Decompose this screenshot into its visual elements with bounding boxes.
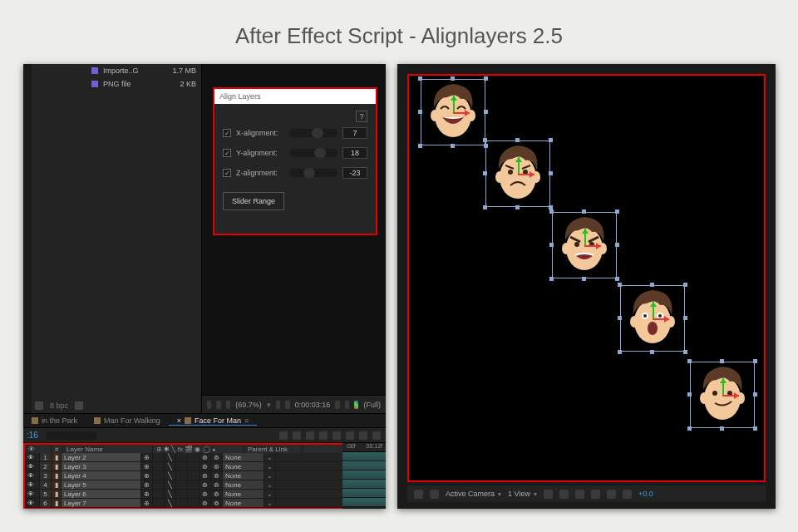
switch[interactable] [176, 480, 188, 489]
switch[interactable]: ╲ [165, 462, 176, 470]
switch[interactable]: ╲ [165, 499, 176, 507]
layer-name[interactable]: Layer 4 [62, 471, 141, 480]
slider-track[interactable] [289, 169, 337, 177]
switch[interactable] [176, 462, 188, 470]
switch[interactable] [176, 490, 188, 498]
vb-icon[interactable] [559, 490, 569, 499]
tl-icon[interactable] [306, 431, 314, 440]
show-icon[interactable] [345, 401, 349, 409]
switch[interactable] [188, 480, 200, 489]
switch[interactable]: ⊚ [200, 453, 211, 461]
layer-row[interactable]: 👁3▮Layer 4⊕╲⊚⊚None⌄ [25, 471, 386, 480]
face-layer[interactable] [421, 79, 485, 145]
current-time[interactable]: :16 [27, 431, 38, 440]
project-item[interactable]: Importe..G1.7 MB [32, 64, 201, 77]
slider-value[interactable]: 18 [342, 147, 367, 159]
switch[interactable] [153, 480, 165, 489]
chevron-down-icon[interactable]: ⌄ [264, 462, 276, 470]
tl-icon[interactable] [346, 431, 354, 440]
pickwhip-icon[interactable]: ⊚ [211, 499, 223, 507]
switch[interactable] [188, 471, 200, 480]
vb-icon[interactable] [544, 490, 553, 499]
handle[interactable] [753, 392, 757, 397]
switch[interactable] [188, 490, 200, 498]
handle[interactable] [683, 350, 687, 354]
switch[interactable]: ⊕ [141, 453, 153, 461]
switch[interactable]: ⊕ [141, 462, 153, 470]
trash-icon[interactable] [75, 401, 83, 410]
tl-icon[interactable] [372, 431, 381, 440]
handle[interactable] [549, 138, 553, 142]
eye-toggle[interactable]: 👁 [25, 490, 40, 498]
pickwhip-icon[interactable]: ⊚ [211, 471, 223, 480]
switch[interactable]: ╲ [165, 453, 176, 461]
timeline-tab[interactable]: Man For Walking [86, 416, 169, 425]
switch[interactable]: ⊕ [141, 490, 153, 498]
x-axis-icon[interactable] [653, 318, 669, 320]
search-input[interactable] [47, 431, 96, 440]
eye-toggle[interactable]: 👁 [25, 453, 40, 461]
y-axis-icon[interactable] [722, 378, 724, 395]
layer-bar[interactable] [342, 452, 386, 461]
vb-icon[interactable] [607, 490, 616, 499]
layer-name[interactable]: Layer 5 [62, 480, 141, 489]
slider-track[interactable] [289, 129, 337, 137]
layer-bar[interactable] [342, 489, 386, 498]
snapshot-icon[interactable] [335, 401, 339, 409]
handle[interactable] [618, 350, 622, 354]
parent-dropdown[interactable]: None [223, 499, 264, 507]
tl-icon[interactable] [319, 431, 328, 440]
handle[interactable] [418, 110, 422, 114]
handle[interactable] [418, 76, 422, 81]
tl-icon[interactable] [279, 431, 288, 440]
tl-icon[interactable] [332, 431, 341, 440]
parent-dropdown[interactable]: None [223, 480, 264, 489]
x-axis-icon[interactable] [584, 245, 601, 247]
pickwhip-icon[interactable]: ⊚ [211, 453, 223, 461]
channel-icon[interactable] [285, 401, 289, 409]
slider-knob[interactable] [303, 168, 315, 178]
checkbox[interactable]: ✓ [223, 149, 231, 157]
face-layer[interactable] [690, 362, 755, 428]
res-icon[interactable] [276, 401, 280, 409]
tl-icon[interactable] [359, 431, 367, 440]
handle[interactable] [618, 316, 622, 320]
switch[interactable] [176, 453, 188, 461]
switch[interactable]: ⊚ [200, 480, 211, 489]
switch[interactable]: ╲ [165, 490, 176, 498]
switch[interactable]: ⊕ [141, 499, 153, 507]
chevron-down-icon[interactable]: ⌄ [264, 471, 276, 480]
switch[interactable] [176, 499, 188, 507]
handle[interactable] [687, 359, 692, 363]
composition-view[interactable] [407, 74, 766, 482]
switch[interactable] [153, 490, 165, 498]
handle[interactable] [483, 138, 487, 142]
handle[interactable] [615, 277, 619, 281]
handle[interactable] [618, 283, 622, 287]
handle[interactable] [687, 392, 692, 397]
view-icon[interactable] [414, 490, 423, 499]
quality-value[interactable]: (Full) [363, 401, 381, 409]
layer-bar[interactable] [342, 461, 386, 470]
handle[interactable] [549, 277, 554, 281]
layer-bar[interactable] [342, 498, 386, 507]
x-axis-icon[interactable] [722, 395, 739, 397]
camera-dropdown[interactable]: Active Camera▾ [446, 490, 501, 498]
vb-icon[interactable] [591, 490, 600, 499]
transform-gizmo[interactable] [518, 174, 519, 175]
switch[interactable] [153, 471, 165, 480]
handle[interactable] [650, 350, 654, 354]
mask-icon[interactable] [216, 401, 220, 409]
parent-dropdown[interactable]: None [223, 462, 264, 470]
pickwhip-icon[interactable]: ⊚ [211, 462, 223, 470]
timeline-tab[interactable]: × Face For Man ≡ [169, 416, 258, 426]
parent-dropdown[interactable]: None [223, 471, 264, 480]
slider-range-button[interactable]: Slider Range [223, 192, 284, 210]
handle[interactable] [515, 205, 520, 209]
grid-icon[interactable] [207, 401, 211, 409]
switch[interactable] [153, 453, 165, 461]
switch[interactable]: ⊚ [200, 490, 211, 498]
checkbox[interactable]: ✓ [223, 129, 231, 137]
project-item[interactable]: PNG file2 KB [32, 77, 201, 91]
slider-track[interactable] [289, 149, 337, 157]
